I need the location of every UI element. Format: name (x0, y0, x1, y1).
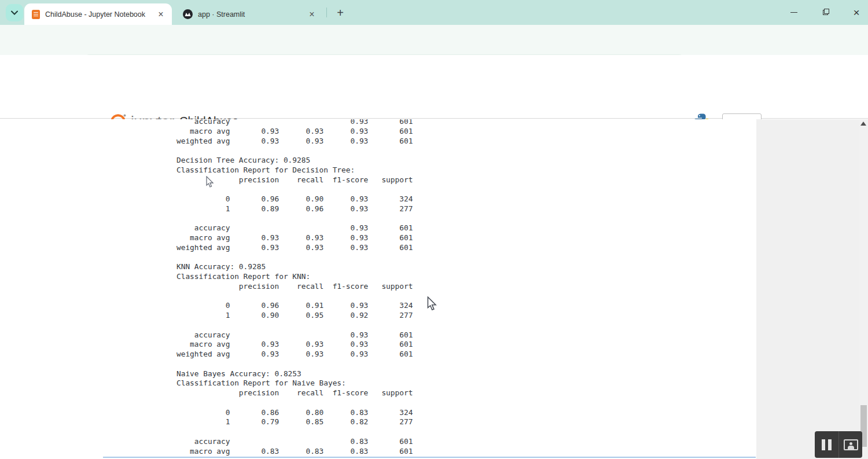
page-gutter (756, 119, 868, 459)
webcam-pip-button[interactable] (839, 439, 862, 450)
window-close-button[interactable]: × (843, 0, 868, 25)
jupyter-header: jupyter ChildAbuse Last Checkpoint: an h… (0, 55, 868, 119)
recording-control-overlay (815, 431, 862, 458)
close-tab-icon[interactable]: × (156, 9, 166, 20)
tab-streamlit[interactable]: app · Streamlit × (175, 3, 323, 25)
window-minimize-button[interactable] (781, 0, 807, 25)
jupyter-book-icon (32, 10, 40, 19)
browser-toolbar: ← → ↻ localhost:8888/notebooks/ChildAbus… (0, 25, 868, 55)
tab-title: app · Streamlit (198, 10, 307, 19)
close-tab-icon[interactable]: × (307, 9, 317, 20)
tab-divider (326, 8, 327, 17)
next-cell-border (103, 457, 756, 458)
new-tab-button[interactable]: + (332, 5, 348, 21)
tab-title: ChildAbuse - Jupyter Notebook (45, 10, 156, 19)
notebook-scroll-area[interactable]: accuracy 0.93 601 macro avg 0.93 0.93 0.… (0, 119, 868, 459)
tab-jupyter-notebook[interactable]: ChildAbuse - Jupyter Notebook × (24, 3, 172, 25)
cell-output-text: accuracy 0.93 601 macro avg 0.93 0.93 0.… (176, 119, 413, 456)
browser-tab-strip: ChildAbuse - Jupyter Notebook × app · St… (0, 0, 868, 25)
tab-search-button[interactable] (6, 4, 23, 21)
window-restore-button[interactable] (812, 0, 838, 25)
scrollbar-up-arrow[interactable] (860, 122, 866, 126)
chevron-down-icon (11, 10, 18, 15)
pause-recording-button[interactable] (815, 439, 838, 450)
streamlit-icon (183, 9, 193, 19)
